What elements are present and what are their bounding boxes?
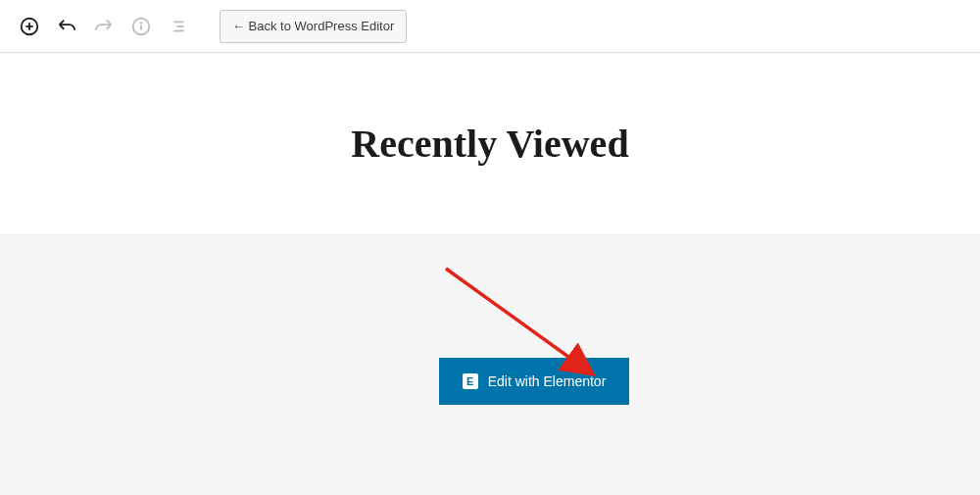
back-button-label: ← Back to WordPress Editor: [232, 19, 394, 33]
elementor-icon: E: [463, 373, 478, 389]
back-to-wordpress-button[interactable]: ← Back to WordPress Editor: [220, 10, 407, 43]
page-title[interactable]: Recently Viewed: [351, 121, 628, 167]
elementor-button-label: Edit with Elementor: [488, 373, 607, 389]
edit-with-elementor-button[interactable]: E Edit with Elementor: [439, 358, 630, 405]
undo-icon[interactable]: [51, 11, 82, 42]
add-block-icon[interactable]: [14, 11, 45, 42]
content-area: E Edit with Elementor: [0, 235, 980, 495]
info-icon[interactable]: [125, 11, 157, 42]
editor-toolbar: ← Back to WordPress Editor: [0, 0, 980, 53]
outline-icon[interactable]: [163, 11, 194, 42]
title-area: Recently Viewed: [0, 53, 980, 235]
svg-point-5: [141, 22, 142, 23]
redo-icon[interactable]: [88, 11, 120, 42]
